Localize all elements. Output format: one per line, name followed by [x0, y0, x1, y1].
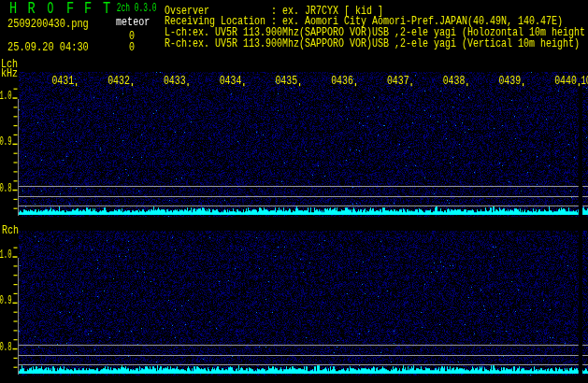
svg-text:0.8: 0.8 [0, 340, 12, 354]
svg-text:0439: 0439 [498, 74, 521, 88]
svg-text:F: F [84, 0, 92, 19]
svg-text:R: R [28, 0, 36, 19]
svg-text:0435: 0435 [275, 74, 297, 88]
svg-text:0431: 0431 [51, 74, 74, 88]
svg-text:kHz: kHz [1, 66, 18, 80]
svg-text:0.9: 0.9 [0, 293, 12, 307]
svg-text:0440: 0440 [554, 74, 577, 88]
svg-text:1.0: 1.0 [0, 248, 12, 262]
svg-text:0438: 0438 [443, 74, 466, 88]
svg-text:0.8: 0.8 [0, 181, 12, 195]
svg-text:0.9: 0.9 [0, 135, 12, 149]
svg-text:0432: 0432 [108, 74, 130, 88]
svg-text:0: 0 [129, 40, 135, 54]
svg-text:meteor: meteor [116, 15, 150, 29]
svg-text:0434: 0434 [220, 74, 242, 88]
svg-text:H: H [9, 0, 17, 19]
svg-text:25.09.20 04:30: 25.09.20 04:30 [7, 40, 89, 54]
svg-text:0436: 0436 [331, 74, 353, 88]
svg-text:2ch 0.3.0: 2ch 0.3.0 [117, 1, 157, 15]
svg-text:R-ch:ex. UV5R 113.900Mhz(SAPPO: R-ch:ex. UV5R 113.900Mhz(SAPPORO VOR)USB… [165, 36, 580, 50]
svg-text:T: T [103, 0, 110, 19]
svg-text:10: 10 [581, 74, 588, 88]
svg-text:0437: 0437 [387, 74, 409, 88]
svg-text:0433: 0433 [164, 74, 186, 88]
svg-text:F: F [66, 0, 74, 19]
svg-text:Rch: Rch [2, 223, 19, 237]
svg-text:1.0: 1.0 [0, 89, 12, 103]
svg-text:2509200430.png: 2509200430.png [7, 17, 89, 31]
